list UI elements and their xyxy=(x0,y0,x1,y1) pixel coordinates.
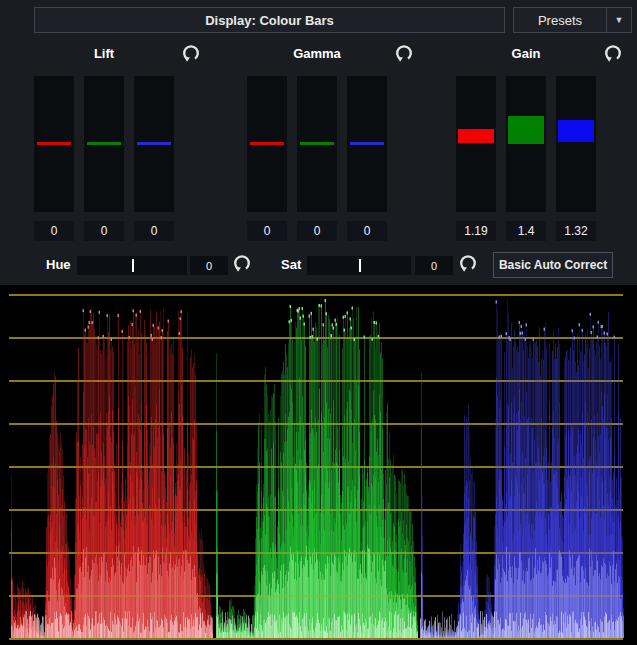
gamma-red-value[interactable]: 0 xyxy=(247,221,287,241)
lift-red-indicator xyxy=(37,142,71,145)
gamma-green-indicator xyxy=(300,142,334,145)
colour-correction-panel: Display: Colour Bars Presets ▼ Lift Gamm… xyxy=(0,0,637,645)
lift-green-slider[interactable] xyxy=(84,76,124,212)
display-mode-label: Display: Colour Bars xyxy=(205,13,334,28)
presets-label: Presets xyxy=(514,13,606,28)
lift-red-value[interactable]: 0 xyxy=(34,221,74,241)
gain-red-indicator xyxy=(458,129,494,143)
gain-reset-icon[interactable] xyxy=(604,44,622,62)
gamma-reset-icon[interactable] xyxy=(395,44,413,62)
lift-blue-value[interactable]: 0 xyxy=(134,221,174,241)
gamma-green-slider[interactable] xyxy=(297,76,337,212)
hue-value[interactable]: 0 xyxy=(190,256,228,275)
hue-reset-icon[interactable] xyxy=(233,254,251,272)
gamma-blue-indicator xyxy=(350,142,384,145)
gain-section-label: Gain xyxy=(496,46,556,61)
basic-auto-correct-button[interactable]: Basic Auto Correct xyxy=(493,252,613,278)
hue-label: Hue xyxy=(46,257,71,272)
presets-dropdown-segment[interactable]: ▼ xyxy=(606,8,631,32)
lift-red-slider[interactable] xyxy=(34,76,74,212)
gain-red-value[interactable]: 1.19 xyxy=(456,221,496,241)
hue-slider[interactable] xyxy=(77,256,187,275)
sat-label: Sat xyxy=(281,257,301,272)
lift-green-indicator xyxy=(87,142,121,145)
basic-auto-correct-label: Basic Auto Correct xyxy=(499,258,607,272)
lift-section-label: Lift xyxy=(74,46,134,61)
gain-blue-indicator xyxy=(558,120,594,142)
lift-blue-slider[interactable] xyxy=(134,76,174,212)
lift-reset-icon[interactable] xyxy=(182,44,200,62)
gamma-section-label: Gamma xyxy=(287,46,347,61)
sat-reset-icon[interactable] xyxy=(459,254,477,272)
sat-slider[interactable] xyxy=(307,256,411,275)
gain-red-slider[interactable] xyxy=(456,76,496,212)
rgb-parade-waveform-monitor xyxy=(0,285,637,645)
gain-blue-value[interactable]: 1.32 xyxy=(556,221,596,241)
hue-slider-handle[interactable] xyxy=(132,259,134,272)
gamma-red-indicator xyxy=(250,142,284,145)
gamma-green-value[interactable]: 0 xyxy=(297,221,337,241)
gain-green-indicator xyxy=(508,116,544,144)
gamma-red-slider[interactable] xyxy=(247,76,287,212)
display-mode-button[interactable]: Display: Colour Bars xyxy=(34,7,505,33)
controls-panel: Display: Colour Bars Presets ▼ Lift Gamm… xyxy=(0,0,637,285)
lift-blue-indicator xyxy=(137,142,171,145)
lift-green-value[interactable]: 0 xyxy=(84,221,124,241)
chevron-down-icon: ▼ xyxy=(615,15,624,25)
gamma-blue-slider[interactable] xyxy=(347,76,387,212)
gamma-blue-value[interactable]: 0 xyxy=(347,221,387,241)
gain-green-slider[interactable] xyxy=(506,76,546,212)
gain-blue-slider[interactable] xyxy=(556,76,596,212)
sat-value[interactable]: 0 xyxy=(415,256,453,275)
sat-slider-handle[interactable] xyxy=(359,259,361,272)
gain-green-value[interactable]: 1.4 xyxy=(506,221,546,241)
presets-button[interactable]: Presets ▼ xyxy=(513,7,632,33)
